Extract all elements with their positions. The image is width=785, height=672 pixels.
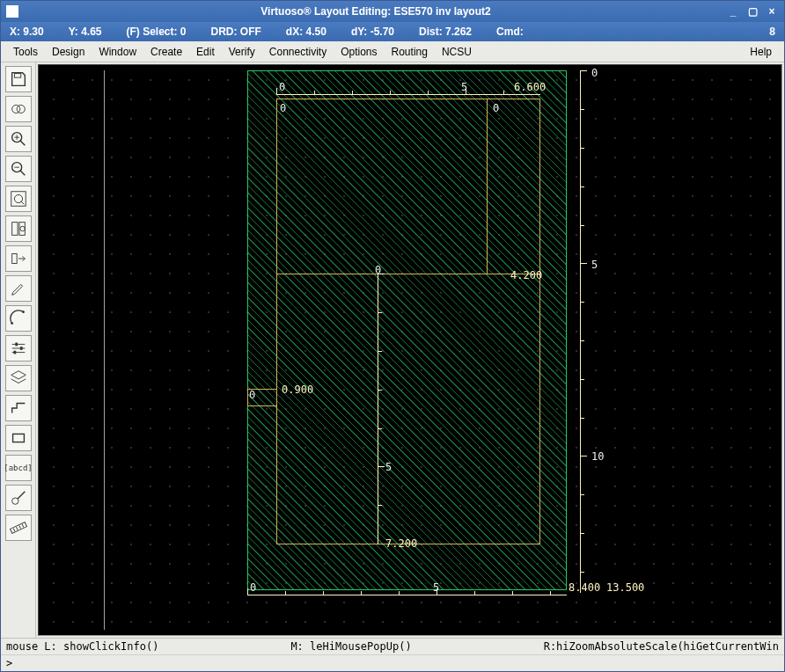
- status-select: (F) Select: 0: [127, 26, 187, 38]
- save-icon[interactable]: [5, 66, 32, 92]
- svg-point-1: [11, 105, 19, 113]
- stretch-icon[interactable]: [5, 245, 32, 272]
- menu-design[interactable]: Design: [45, 42, 92, 62]
- status-cmd: Cmd:: [496, 26, 524, 38]
- svg-line-30: [16, 527, 18, 530]
- app-icon: [6, 5, 18, 18]
- bottom-ruler: [247, 595, 567, 607]
- step-icon[interactable]: [5, 395, 32, 421]
- mouse-left: mouse L: showClickInfo(): [6, 640, 158, 653]
- pan-icon[interactable]: [5, 215, 32, 242]
- top-ruler-mid: 5: [461, 81, 467, 93]
- pencil-icon[interactable]: [5, 275, 32, 302]
- right-vruler-zero: 0: [591, 67, 598, 79]
- menu-options[interactable]: Options: [334, 42, 384, 62]
- notch-dim: 0.900: [282, 383, 313, 396]
- menu-edit[interactable]: Edit: [189, 42, 222, 62]
- titlebar[interactable]: Virtuoso® Layout Editing: ESE570 inv lay…: [1, 1, 784, 22]
- right-vruler-ten: 10: [591, 450, 604, 463]
- svg-point-15: [19, 226, 25, 231]
- svg-point-2: [17, 105, 25, 113]
- menu-ncsu[interactable]: NCSU: [435, 42, 479, 62]
- svg-line-27: [18, 492, 25, 499]
- outer-zero-right: 0: [493, 102, 499, 114]
- svg-rect-28: [10, 522, 26, 534]
- svg-rect-24: [13, 351, 16, 354]
- svg-point-17: [11, 322, 13, 325]
- status-dx: dX: 4.50: [286, 26, 326, 38]
- window-title: Virtuoso® Layout Editing: ESE570 inv lay…: [26, 5, 726, 18]
- menu-tools[interactable]: Tools: [6, 42, 45, 62]
- svg-line-31: [18, 526, 20, 529]
- outer-dim-bottom: 7.200: [385, 537, 417, 550]
- right-vruler: [580, 70, 592, 593]
- zoom-area-icon[interactable]: [5, 186, 32, 212]
- props-icon[interactable]: [5, 335, 32, 362]
- command-line[interactable]: >: [1, 654, 784, 671]
- pselect-mid-hline: [276, 274, 540, 274]
- minimize-button[interactable]: _: [726, 5, 740, 18]
- prompt: >: [6, 657, 12, 669]
- svg-line-12: [20, 201, 24, 205]
- layout-canvas[interactable]: 0 5 6.600 0 0 0 4.200: [38, 64, 782, 636]
- svg-point-26: [11, 498, 18, 504]
- zoom-in-icon[interactable]: [5, 126, 32, 152]
- svg-line-4: [19, 141, 25, 146]
- svg-point-18: [22, 310, 25, 313]
- ruler-icon[interactable]: [5, 515, 32, 541]
- toolbar: [abcd]: [1, 62, 36, 638]
- layers-icon[interactable]: [5, 365, 32, 391]
- pselect-inner-vline: [487, 99, 488, 274]
- menu-window[interactable]: Window: [92, 42, 143, 62]
- menu-help[interactable]: Help: [743, 42, 779, 62]
- outer-dim-top: 6.600: [514, 81, 546, 93]
- abcd-icon[interactable]: [abcd]: [5, 455, 32, 481]
- menu-bar: Tools Design Window Create Edit Verify C…: [1, 41, 784, 62]
- svg-rect-25: [12, 434, 24, 442]
- menu-connectivity[interactable]: Connectivity: [262, 42, 334, 62]
- mouse-hint-bar: mouse L: showClickInfo() M: leHiMousePop…: [1, 638, 784, 654]
- tape-icon[interactable]: [5, 96, 32, 122]
- arc-icon[interactable]: [5, 305, 32, 332]
- right-vruler-mid: 5: [591, 259, 598, 271]
- status-dy: dY: -5.70: [351, 26, 394, 38]
- svg-rect-13: [11, 223, 17, 236]
- menu-create[interactable]: Create: [143, 42, 189, 62]
- status-drd: DRD: OFF: [211, 26, 261, 38]
- menu-routing[interactable]: Routing: [385, 42, 435, 62]
- vertical-guide: [104, 70, 105, 630]
- svg-line-29: [13, 529, 15, 531]
- mouse-right: R:hiZoomAbsoluteScale(hiGetCurrentWin: [544, 640, 779, 653]
- status-bar: X: 9.30 Y: 4.65 (F) Select: 0 DRD: OFF d…: [1, 22, 784, 41]
- center-vruler: [378, 274, 390, 544]
- close-button[interactable]: ×: [765, 5, 779, 18]
- bottom-ruler-mid: 5: [433, 581, 439, 594]
- status-right: 8: [769, 26, 775, 38]
- mouse-mid: M: leHiMousePopUp(): [290, 640, 411, 653]
- menu-verify[interactable]: Verify: [222, 42, 262, 62]
- mid-dim: 4.200: [510, 269, 542, 281]
- zoom-out-icon[interactable]: [5, 156, 32, 182]
- status-y: Y: 4.65: [69, 26, 102, 38]
- bottom-ruler-zero: 0: [250, 581, 256, 594]
- top-ruler: [276, 94, 540, 106]
- svg-rect-0: [14, 74, 20, 78]
- svg-rect-16: [11, 254, 17, 264]
- rect-icon[interactable]: [5, 425, 32, 451]
- maximize-button[interactable]: ▢: [745, 5, 759, 18]
- outer-zero-left: 0: [280, 102, 286, 114]
- svg-rect-22: [15, 343, 18, 347]
- status-x: X: 9.30: [10, 26, 44, 38]
- notch-zero: 0: [249, 389, 255, 401]
- pselect-outer-rect[interactable]: [276, 99, 540, 544]
- measure-icon[interactable]: [5, 485, 32, 511]
- svg-rect-23: [19, 347, 22, 350]
- right-vruler-end: 13.500: [606, 581, 644, 594]
- svg-line-8: [19, 171, 25, 176]
- top-ruler-zero: 0: [279, 81, 285, 93]
- status-dist: Dist: 7.262: [419, 26, 472, 38]
- svg-line-32: [22, 524, 24, 527]
- center-vruler-mid: 5: [385, 461, 392, 473]
